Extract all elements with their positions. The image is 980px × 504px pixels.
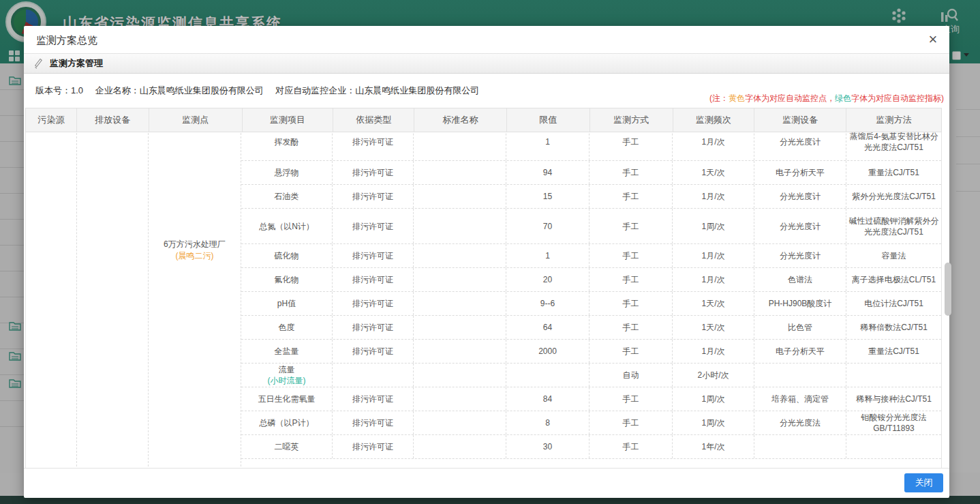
cell-limit [506, 364, 589, 387]
cell-method [846, 435, 941, 458]
cell-basis: 排污许可证 [333, 132, 414, 160]
cell-item: 硫化物 [241, 244, 333, 267]
cell-standard [414, 268, 506, 291]
plan-info-text: 版本号：1.0 企业名称：山东晨鸣纸业集团股份有限公司 对应自动监控企业：山东晨… [35, 85, 479, 97]
version-label: 版本号： [35, 85, 71, 95]
cell-method: 钼酸铵分光光度法GB/T11893 [846, 411, 941, 434]
monitor-point-column: 6万方污水处理厂 (晨鸣二污) [149, 132, 241, 468]
note-part3: 字体为对应自动监控指标) [851, 93, 944, 103]
cell-basis: 排污许可证 [333, 209, 414, 243]
cell-item-sub: (小时流量) [268, 375, 306, 386]
cell-basis: 排污许可证 [333, 161, 414, 184]
cell-mode: 手工 [589, 411, 673, 434]
cell-equipment: 色谱法 [754, 268, 846, 291]
cell-limit: 2000 [506, 340, 589, 363]
cell-limit: 84 [506, 387, 589, 411]
cell-standard [414, 292, 506, 315]
cell-equipment: 分光光度计 [754, 185, 846, 208]
footer-divider [24, 468, 949, 469]
cell-standard [414, 244, 506, 267]
cell-mode: 手工 [589, 185, 673, 208]
cell-basis [333, 364, 414, 387]
cell-freq: 1周/次 [673, 411, 754, 434]
cell-freq: 1年/次 [673, 435, 754, 458]
column-header-pollution-source: 污染源 [26, 108, 77, 132]
cell-freq: 1月/次 [673, 268, 754, 291]
cell-equipment: 电子分析天平 [754, 161, 846, 184]
cell-method: 蒸馏后4-氨基安替比林分光光度法CJ/T51 [846, 132, 941, 160]
auto-company-value: 山东晨鸣纸业集团股份有限公司 [355, 85, 479, 95]
note-green-word: 绿色 [835, 93, 851, 103]
cell-freq: 1月/次 [673, 244, 754, 267]
cell-method: 离子选择电极法CL/T51 [846, 268, 941, 291]
cell-freq: 1月/次 [673, 340, 754, 363]
cell-standard [414, 387, 506, 411]
close-button[interactable]: 关闭 [904, 473, 943, 492]
cell-freq: 1天/次 [673, 292, 754, 315]
cell-limit: 15 [506, 185, 589, 208]
cell-item: 总磷（以P计） [241, 411, 333, 434]
cell-standard [414, 185, 506, 208]
table-row: 全盐量排污许可证2000手工1月/次电子分析天平重量法CJ/T51 [241, 340, 941, 364]
cell-limit: 1 [506, 244, 589, 267]
cell-equipment: 分光光度计 [754, 244, 846, 267]
cell-equipment [754, 435, 846, 458]
table-header-row: 污染源排放设备监测点监测项目依据类型标准名称限值监测方式监测频次监测设备监测方法 [25, 108, 942, 132]
monitor-point-sub: (晨鸣二污) [149, 250, 241, 262]
cell-standard [414, 411, 506, 434]
cell-mode: 手工 [589, 292, 673, 315]
cell-basis: 排污许可证 [333, 340, 414, 363]
cell-item: 总氮（以N计） [241, 209, 333, 243]
company-label: 企业名称： [95, 85, 140, 95]
cell-mode: 手工 [589, 435, 673, 458]
cell-limit: 70 [506, 209, 589, 243]
cell-basis: 排污许可证 [333, 268, 414, 291]
cell-mode: 手工 [589, 161, 673, 184]
cell-item: 挥发酚 [241, 132, 333, 160]
note-part1: (注： [709, 93, 729, 103]
cell-basis: 排污许可证 [333, 185, 414, 208]
modal-title: 监测方案总览 [36, 34, 97, 47]
cell-method: 重量法CJ/T51 [846, 340, 941, 363]
close-icon[interactable]: × [925, 31, 941, 48]
column-header-monitor-equipment: 监测设备 [754, 108, 846, 132]
cell-item: 流量(小时流量) [241, 364, 333, 387]
cell-freq: 1周/次 [673, 209, 754, 243]
cell-limit: 8 [506, 411, 589, 434]
cell-basis: 排污许可证 [333, 244, 414, 267]
emission-equipment-column [77, 132, 149, 468]
column-header-monitor-method: 监测方法 [846, 108, 941, 132]
table-row: 二噁英排污许可证30手工1年/次 [241, 435, 941, 459]
cell-limit: 1 [506, 132, 589, 160]
cell-item: 石油类 [241, 185, 333, 208]
column-header-limit-value: 限值 [507, 108, 590, 132]
version-value: 1.0 [71, 85, 83, 95]
cell-standard [414, 364, 506, 387]
cell-limit: 30 [506, 435, 589, 458]
cell-mode: 手工 [589, 244, 673, 267]
table-row: 挥发酚排污许可证1手工1月/次分光光度计蒸馏后4-氨基安替比林分光光度法CJ/T… [241, 132, 941, 161]
column-header-monitor-mode: 监测方式 [590, 108, 673, 132]
cell-freq: 1天/次 [673, 161, 754, 184]
cell-equipment: 分光光度计 [754, 132, 846, 160]
cell-method: 电位计法CJ/T51 [846, 292, 941, 315]
cell-freq: 2小时/次 [673, 364, 754, 387]
table-row: 石油类排污许可证15手工1月/次分光光度计紫外分光光度法CJ/T51 [241, 185, 941, 209]
cell-item: 五日生化需氧量 [241, 387, 333, 411]
cell-equipment: 电子分析天平 [754, 340, 846, 363]
modal-titlebar: 监测方案总览 × [24, 26, 949, 53]
cell-item: 全盐量 [241, 340, 333, 363]
cell-item: 氟化物 [241, 268, 333, 291]
cell-limit: 64 [506, 316, 589, 339]
cell-standard [414, 340, 506, 363]
table-row: 五日生化需氧量排污许可证84手工1周/次培养箱、滴定管稀释与接种法CJ/T51 [241, 387, 941, 411]
cell-standard [414, 435, 506, 458]
table-row: 流量(小时流量)自动2小时/次 [241, 364, 941, 387]
cell-mode: 手工 [589, 316, 673, 339]
cell-freq: 1周/次 [673, 387, 754, 411]
cell-method: 稀释倍数法CJ/T51 [846, 316, 941, 339]
cell-freq: 1月/次 [673, 185, 754, 208]
pollution-source-column [26, 132, 77, 468]
table-scrollbar-thumb[interactable] [945, 263, 951, 316]
cell-freq: 1月/次 [673, 132, 754, 160]
